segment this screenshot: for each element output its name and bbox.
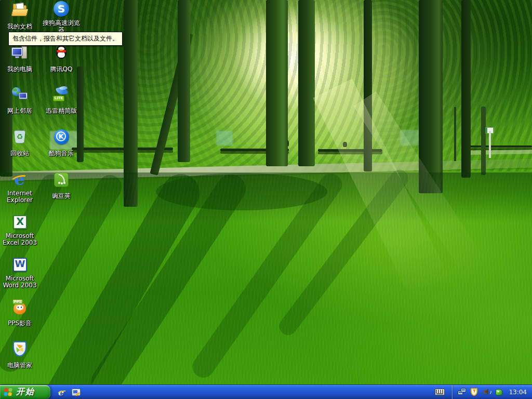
icon-label: Microsoft Word 2003 <box>0 275 39 289</box>
sogou-browser-icon: S <box>52 1 70 18</box>
desktop-icon-ms-word-2003[interactable]: W Microsoft Word 2003 <box>0 256 39 289</box>
icon-label: 酷狗音乐 <box>48 150 74 157</box>
recycle-bin-icon: ♻ <box>11 128 29 146</box>
desktop-icon-ms-excel-2003[interactable]: X Microsoft Excel 2003 <box>0 214 39 247</box>
tree-trunk <box>461 0 471 178</box>
desktop[interactable]: 我的文档 S 搜狗高速浏览器 我的电脑 腾讯QQ 网上邻居 LITE <box>0 0 532 399</box>
system-tray: 13:04 <box>452 385 532 399</box>
network-tray-icon[interactable] <box>458 388 466 396</box>
word-icon: W <box>11 256 29 274</box>
icon-label: 回收站 <box>10 150 30 157</box>
desktop-icon-internet-explorer[interactable]: e Internet Explorer <box>0 171 39 204</box>
desktop-icon-kugou-music[interactable]: K 酷狗音乐 <box>42 128 81 157</box>
icon-label: 我的电脑 <box>7 66 33 73</box>
desktop-icon-pps-video[interactable]: PPS PPS影音 <box>0 298 39 327</box>
desktop-icon-recycle-bin[interactable]: ♻ 回收站 <box>0 128 39 157</box>
icon-label: 迅雷精简版 <box>45 108 77 114</box>
icon-label: Internet Explorer <box>0 190 39 204</box>
my-documents-icon <box>11 2 29 19</box>
lite-badge: LITE <box>53 96 64 101</box>
ie-quick-launch-icon[interactable]: e <box>58 388 67 397</box>
tree-trunk <box>178 0 190 162</box>
start-button[interactable]: 开始 <box>0 385 50 399</box>
desktop-icon-sogou-browser[interactable]: S 搜狗高速浏览器 <box>42 1 81 34</box>
icon-label: 电脑管家 <box>7 362 33 369</box>
desktop-icon-tencent-qq[interactable]: 腾讯QQ <box>42 44 81 73</box>
pc-manager-tray-icon[interactable] <box>470 388 478 396</box>
icon-label: 我的文档 <box>7 23 33 30</box>
show-desktop-icon[interactable] <box>72 389 81 396</box>
pc-manager-shield-icon <box>11 340 29 358</box>
icon-label: 腾讯QQ <box>50 66 73 73</box>
wandoujia-icon <box>52 171 70 189</box>
lamp-pole <box>454 107 456 161</box>
icon-label: PPS影音 <box>7 320 32 327</box>
my-computer-icon <box>11 44 29 62</box>
volume-tray-icon[interactable] <box>483 388 491 396</box>
excel-icon: X <box>11 214 29 231</box>
desktop-icon-wandoujia[interactable]: 豌豆荚 <box>42 171 81 200</box>
taskbar: 开始 e <box>0 384 532 399</box>
start-label: 开始 <box>16 387 35 397</box>
windows-logo-icon <box>4 388 14 396</box>
tree-sapling <box>481 107 486 175</box>
icon-label: Microsoft Excel 2003 <box>0 233 39 246</box>
park-bench <box>467 145 532 148</box>
icon-label: 网上邻居 <box>7 108 33 114</box>
green-app-tray-icon[interactable] <box>495 388 503 396</box>
desktop-icon-my-documents[interactable]: 我的文档 <box>0 2 39 31</box>
desktop-icon-network-places[interactable]: 网上邻居 <box>0 86 39 115</box>
my-documents-tooltip: 包含信件，报告和其它文档以及文件。 <box>8 32 123 46</box>
pps-mascot-icon: PPS <box>11 298 29 316</box>
network-places-icon <box>11 86 29 103</box>
internet-explorer-icon: e <box>11 171 29 189</box>
tree-trunk <box>266 0 288 166</box>
desktop-icon-pc-manager[interactable]: 电脑管家 <box>0 340 39 369</box>
icon-label: 豌豆荚 <box>51 193 71 200</box>
kugou-music-icon: K <box>52 128 70 146</box>
qq-penguin-icon <box>52 44 70 62</box>
distant-structure <box>216 131 233 145</box>
taskbar-clock[interactable]: 13:04 <box>509 389 527 396</box>
desktop-icon-thunder-lite[interactable]: LITE 迅雷精简版 <box>42 86 81 115</box>
thunder-bird-icon: LITE <box>52 86 70 103</box>
grass <box>0 174 532 399</box>
sign-pole <box>489 131 491 158</box>
input-method-keyboard-icon[interactable] <box>435 389 445 395</box>
tree-trunk <box>298 0 315 166</box>
pps-badge: PPS <box>12 299 23 304</box>
desktop-icon-my-computer[interactable]: 我的电脑 <box>0 44 39 73</box>
quick-launch: e <box>58 388 81 397</box>
